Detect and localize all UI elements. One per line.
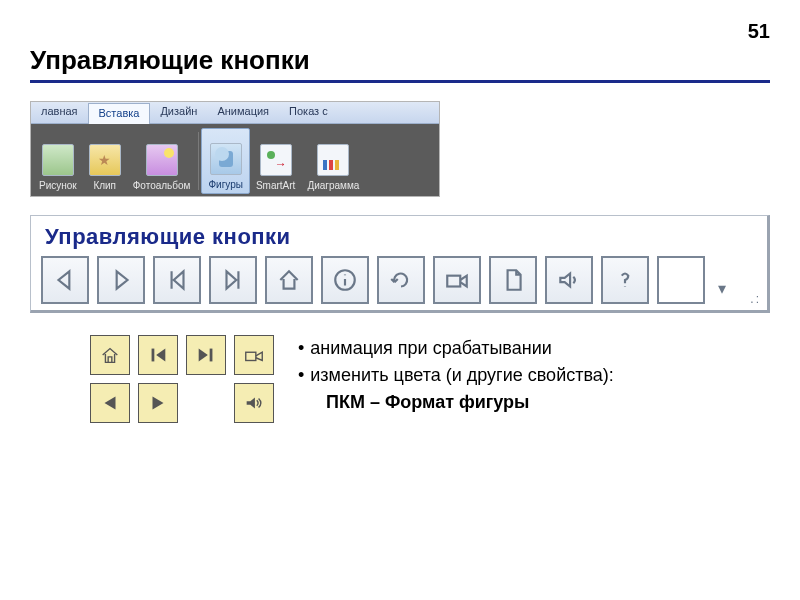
- ribbon-btn-label: Клип: [93, 180, 116, 191]
- action-btn-document[interactable]: [489, 256, 537, 304]
- yellow-buttons-grid: [90, 335, 274, 423]
- ybtn-forward[interactable]: [138, 383, 178, 423]
- action-btn-first[interactable]: [153, 256, 201, 304]
- bottom-section: •анимация при срабатывании •изменить цве…: [30, 335, 770, 423]
- ribbon-band: Рисунок Клип Фотоальбом Фигуры SmartArt …: [31, 124, 439, 196]
- action-btn-forward[interactable]: [97, 256, 145, 304]
- svg-rect-1: [447, 276, 460, 287]
- smartart-icon: [260, 144, 292, 176]
- action-btn-help[interactable]: [601, 256, 649, 304]
- notes-text: •анимация при срабатывании •изменить цве…: [298, 335, 614, 416]
- ribbon-screenshot: лавная Вставка Дизайн Анимация Показ с Р…: [30, 101, 440, 197]
- resize-handle-icon: .:: [750, 292, 761, 306]
- ribbon-btn-label: Диаграмма: [307, 180, 359, 191]
- album-icon: [146, 144, 178, 176]
- action-btn-sound[interactable]: [545, 256, 593, 304]
- svg-rect-2: [152, 349, 155, 362]
- ribbon-btn-label: Рисунок: [39, 180, 77, 191]
- ribbon-btn-picture[interactable]: Рисунок: [33, 128, 83, 194]
- ribbon-btn-album[interactable]: Фотоальбом: [127, 128, 197, 194]
- ribbon-btn-label: Фигуры: [208, 179, 242, 190]
- action-buttons-row: ▾: [41, 256, 757, 304]
- action-btn-last[interactable]: [209, 256, 257, 304]
- svg-rect-3: [210, 349, 213, 362]
- shapes-icon: [210, 143, 242, 175]
- picture-icon: [42, 144, 74, 176]
- action-buttons-panel: Управляющие кнопки ▾ .:: [30, 215, 770, 313]
- ribbon-btn-smartart[interactable]: SmartArt: [250, 128, 301, 194]
- action-btn-back[interactable]: [41, 256, 89, 304]
- tab-animation[interactable]: Анимация: [207, 102, 279, 123]
- page-number: 51: [30, 20, 770, 43]
- action-btn-movie[interactable]: [433, 256, 481, 304]
- ribbon-btn-shapes[interactable]: Фигуры: [201, 128, 249, 194]
- separator: [198, 132, 199, 190]
- ribbon-btn-label: Фотоальбом: [133, 180, 191, 191]
- tab-home[interactable]: лавная: [31, 102, 88, 123]
- ybtn-movie[interactable]: [234, 335, 274, 375]
- action-btn-custom[interactable]: [657, 256, 705, 304]
- note-line-3: ПКМ – Формат фигуры: [298, 389, 614, 416]
- ribbon-btn-label: SmartArt: [256, 180, 295, 191]
- action-btn-return[interactable]: [377, 256, 425, 304]
- ybtn-sound[interactable]: [234, 383, 274, 423]
- tab-insert[interactable]: Вставка: [88, 103, 151, 124]
- ybtn-first[interactable]: [138, 335, 178, 375]
- action-btn-home[interactable]: [265, 256, 313, 304]
- ribbon-tabs: лавная Вставка Дизайн Анимация Показ с: [31, 102, 439, 124]
- bullet-icon: •: [298, 362, 304, 389]
- chart-icon: [317, 144, 349, 176]
- ribbon-btn-chart[interactable]: Диаграмма: [301, 128, 365, 194]
- note-line-2: изменить цвета (и другие свойства):: [310, 362, 613, 389]
- bullet-icon: •: [298, 335, 304, 362]
- clip-icon: [89, 144, 121, 176]
- ybtn-back[interactable]: [90, 383, 130, 423]
- ybtn-home[interactable]: [90, 335, 130, 375]
- page-title: Управляющие кнопки: [30, 45, 770, 83]
- panel-title: Управляющие кнопки: [41, 224, 757, 250]
- action-btn-info[interactable]: [321, 256, 369, 304]
- ribbon-btn-clip[interactable]: Клип: [83, 128, 127, 194]
- dropdown-arrow-icon[interactable]: ▾: [713, 279, 731, 304]
- ybtn-last[interactable]: [186, 335, 226, 375]
- note-line-1: анимация при срабатывании: [310, 335, 551, 362]
- tab-design[interactable]: Дизайн: [150, 102, 207, 123]
- svg-rect-4: [246, 352, 256, 360]
- tab-slideshow[interactable]: Показ с: [279, 102, 338, 123]
